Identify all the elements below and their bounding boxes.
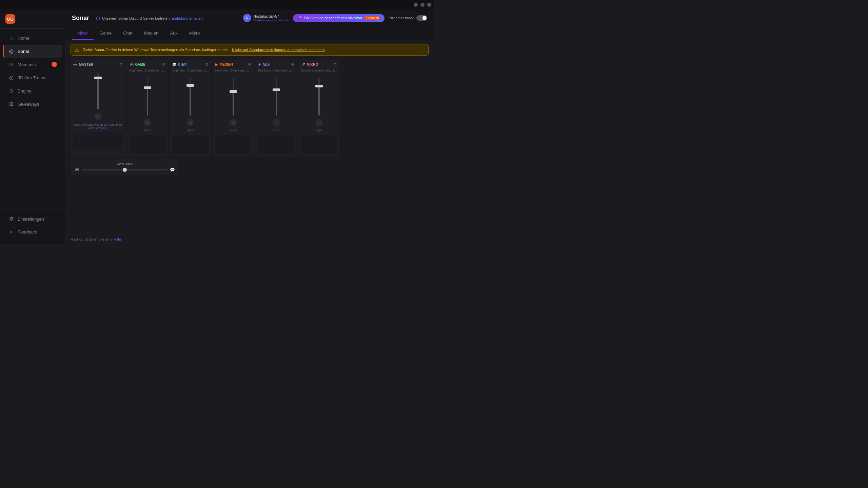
bottom-help: Hast du Schwierigkeiten? Hilfe: [65, 235, 434, 244]
sidebar-item-label: Home: [18, 36, 29, 41]
master-add-button[interactable]: +: [94, 113, 102, 120]
warning-banner: ⚠ Richte Sonar-Geräte in deinen Windows …: [71, 44, 429, 56]
channels-grid: ≡≡ MASTER ⚙ +: [71, 60, 429, 157]
media-gear-icon[interactable]: ⚙: [248, 62, 251, 67]
chatmix-section: CHATMIX 🎮 💬: [71, 159, 179, 175]
game-add-button[interactable]: +: [144, 119, 151, 126]
sidebar-item-settings[interactable]: ⚙ Einstellungen: [3, 212, 62, 225]
mikro-slider-thumb[interactable]: [315, 85, 323, 87]
tab-mikro[interactable]: Mikro: [184, 27, 205, 40]
discord-icon: ⬡: [96, 16, 100, 21]
chat-apps-label: Apps: [172, 128, 209, 132]
tab-chat[interactable]: Chat: [118, 27, 138, 40]
master-icon: ≡≡: [73, 63, 77, 66]
chatmix-label: CHATMIX: [75, 162, 175, 165]
tab-aux[interactable]: Aux: [164, 27, 183, 40]
user-settings-link[interactable]: Einstellungen Nutzerkonto: [253, 19, 289, 23]
gaming-mic-badge: Erkunden: [364, 16, 381, 20]
chat-channel-icon: 💬: [172, 63, 176, 66]
channel-game-label: 🎮 GAME: [130, 63, 145, 66]
close-button[interactable]: [427, 3, 431, 7]
channel-master-header: ≡≡ MASTER ⚙: [73, 62, 123, 67]
sidebar-bottom: ⚙ Einstellungen ≡ Feedback: [0, 209, 65, 244]
channel-master-label: ≡≡ MASTER: [73, 63, 93, 66]
sidebar: GG ⌂ Home ◎ Sonar ⊡ Moments ! ◎ 3D Aim T…: [0, 9, 65, 244]
master-apps-section: [73, 132, 123, 150]
game-gear-icon[interactable]: ⚙: [162, 62, 165, 67]
tabs-bar: Mixer Game Chat Medien Aux Mikro: [65, 27, 434, 40]
media-channel-icon: ▶: [215, 63, 218, 66]
channel-mikro-label: 🎤 MIKRO: [301, 63, 318, 66]
sidebar-item-engine[interactable]: ⊙ Engine: [3, 84, 62, 97]
avatar: N: [243, 14, 251, 22]
master-fader-container: [73, 69, 123, 113]
mikro-gear-icon[interactable]: ⚙: [333, 62, 337, 67]
media-slider-thumb[interactable]: [230, 90, 237, 93]
aux-fader-container: [258, 75, 294, 119]
channel-aux-header: ✦ AUX ⚙: [258, 62, 294, 67]
aux-channel-icon: ✦: [258, 63, 261, 66]
chat-slider-thumb[interactable]: [186, 84, 194, 87]
main-content: Sonar ⬡ Unserem Sonar Discord-Server bei…: [65, 9, 434, 244]
chat-add-button[interactable]: +: [186, 119, 194, 126]
media-add-button[interactable]: +: [230, 119, 237, 126]
warning-link[interactable]: Klicke auf Standardeinstellungen automat…: [232, 48, 324, 52]
mikro-apps-label: Apps: [301, 128, 337, 132]
game-apps-section: [130, 135, 166, 154]
channel-chat-label: 💬 CHAT: [172, 63, 187, 66]
tab-game[interactable]: Game: [94, 27, 117, 40]
tab-mixer[interactable]: Mixer: [72, 27, 94, 40]
master-gear-icon[interactable]: ⚙: [119, 62, 123, 67]
titlebar: [0, 0, 434, 9]
chatmix-track[interactable]: [82, 169, 168, 170]
media-fader-container: [215, 75, 252, 119]
aux-apps-label: Apps: [258, 128, 294, 132]
maximize-button[interactable]: [420, 3, 425, 7]
warning-text: Richte Sonar-Geräte in deinen Windows To…: [83, 48, 229, 52]
channel-mikro: 🎤 MIKRO ⚙ Kopfhörermikrofon (S...1...: [298, 60, 340, 157]
sidebar-item-label: Sonar: [18, 49, 29, 54]
master-slider-thumb[interactable]: [94, 77, 102, 79]
sidebar-item-aim-trainer[interactable]: ◎ 3D Aim Trainer: [3, 71, 62, 84]
aux-add-button[interactable]: +: [273, 119, 280, 126]
moments-badge: !: [52, 62, 57, 67]
game-slider-thumb[interactable]: [144, 86, 151, 89]
channel-game: 🎮 GAME ⚙ Kopfhörer (SteelSerie...1...: [127, 60, 169, 157]
engine-icon: ⊙: [8, 88, 14, 94]
mikro-add-button[interactable]: +: [315, 119, 323, 126]
sidebar-item-feedback[interactable]: ≡ Feedback: [3, 226, 62, 238]
sidebar-item-giveaways[interactable]: ⊞ Giveaways: [3, 98, 62, 110]
giveaways-icon: ⊞: [8, 101, 14, 107]
chatmix-thumb[interactable]: [123, 168, 127, 172]
minimize-button[interactable]: [414, 3, 418, 7]
aux-slider-thumb[interactable]: [273, 88, 280, 91]
sidebar-item-label: Engine: [18, 88, 31, 94]
sidebar-item-home[interactable]: ⌂ Home: [3, 32, 62, 44]
help-link[interactable]: Hilfe: [114, 237, 121, 241]
master-more-link[interactable]: Mehr erfahren: [88, 126, 108, 130]
user-section: N NostalgicSpy57 Einstellungen Nutzerkon…: [243, 14, 289, 23]
channel-chat: 💬 CHAT ⚙ Kopfhörer (SteelSerie...1...: [170, 60, 211, 157]
topbar-right: N NostalgicSpy57 Einstellungen Nutzerkon…: [243, 14, 427, 23]
logo-icon: GG: [5, 14, 15, 24]
discord-link[interactable]: Einladung erhalten: [172, 16, 203, 20]
gaming-mic-button[interactable]: 🎤 Für Gaming geschaffenes Mikrofon Erkun…: [293, 14, 384, 22]
moments-icon: ⊡: [8, 61, 14, 67]
sidebar-item-moments[interactable]: ⊡ Moments !: [3, 58, 62, 71]
mikro-channel-icon: 🎤: [301, 63, 305, 66]
gaming-mic-label: Für Gaming geschaffenes Mikrofon: [304, 16, 362, 20]
aux-gear-icon[interactable]: ⚙: [291, 62, 294, 67]
channel-chat-header: 💬 CHAT ⚙: [172, 62, 209, 67]
chat-gear-icon[interactable]: ⚙: [205, 62, 209, 67]
streamer-mode-toggle[interactable]: [416, 15, 427, 21]
tab-medien[interactable]: Medien: [139, 27, 164, 40]
sidebar-item-sonar[interactable]: ◎ Sonar: [3, 45, 62, 58]
chatmix-slider: 🎮 💬: [75, 167, 175, 172]
mixer-area: ≡≡ MASTER ⚙ +: [65, 60, 434, 235]
channel-mikro-header: 🎤 MIKRO ⚙: [301, 62, 337, 67]
sidebar-item-label: Einstellungen: [18, 217, 44, 222]
mikro-device-name: Kopfhörermikrofon (S...1...: [301, 69, 337, 72]
game-device-name: Kopfhörer (SteelSerie...1...: [130, 69, 166, 72]
chat-apps-section: [172, 135, 209, 154]
discord-text: Unserem Sonar Discord-Server beitreten: [102, 16, 170, 20]
